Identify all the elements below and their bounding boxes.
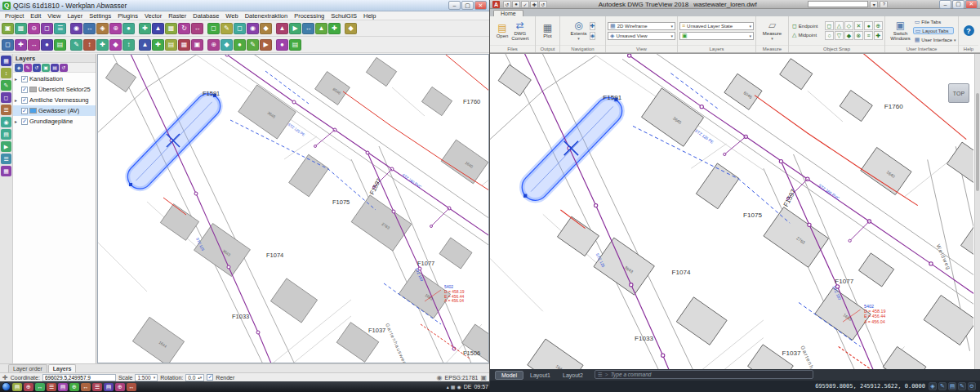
grid-display-icon[interactable]: ✎ (938, 382, 947, 390)
osnap-parallel-icon[interactable]: ≡ (864, 31, 873, 40)
start-button[interactable] (2, 382, 11, 391)
render-checkbox[interactable]: ✓ (207, 374, 213, 381)
zoom-last-icon[interactable]: ⊕ (109, 23, 122, 34)
open-button[interactable]: ▤ Open (496, 23, 510, 39)
help-icon[interactable]: ? (964, 25, 974, 36)
command-placeholder[interactable]: Type a command (611, 372, 652, 377)
pan-icon[interactable]: ✚ (590, 22, 596, 30)
user-interface-button[interactable]: ▦ User Interface ▾ (913, 36, 954, 43)
osnap-extension-icon[interactable]: ● (864, 21, 873, 30)
layer-item-amtlichevermessung[interactable]: ▸✓Amtliche Vermessung (13, 95, 96, 105)
pan-map-icon[interactable]: ☰ (54, 23, 66, 34)
add-database-icon[interactable]: ◻ (1, 92, 11, 103)
trueview-map[interactable]: F1591F1760F1075F1597F1074F1077F1033F1037… (490, 54, 973, 369)
layer-item-bersichtsektor25[interactable]: ✓Übersicht Sektor25 (13, 84, 96, 95)
settings-gear-icon[interactable]: ⊖ (968, 382, 976, 390)
measure-button[interactable]: ▱ Measure ▾ (762, 20, 782, 42)
publish-icon[interactable]: ✚ (530, 1, 538, 8)
osnap-perpendicular-icon[interactable]: ○ (825, 31, 834, 40)
plugin-manager-icon[interactable]: ◆ (345, 23, 357, 34)
zoom-extents-button[interactable]: ◎ Extents ▾ (570, 20, 588, 42)
labeling-icon[interactable]: ▦ (178, 39, 190, 51)
language-indicator[interactable]: DE (464, 384, 472, 390)
delete-selected-icon[interactable]: ↕ (83, 39, 96, 51)
volume-icon[interactable]: ◉ (457, 384, 461, 390)
menu-processing[interactable]: Processing (291, 12, 327, 20)
open-layer-styling-icon[interactable]: ◈ (15, 64, 23, 72)
menu-settings[interactable]: Settings (86, 12, 114, 20)
panel-label-user-interface[interactable]: User Interface (885, 45, 958, 52)
menu-project[interactable]: Project (2, 12, 27, 20)
pdf-reader-taskbar-button[interactable]: ⊕ (115, 383, 125, 391)
expand-icon[interactable]: ▸ (15, 118, 20, 124)
trueview-titlebar[interactable]: A ↺●✓✚↺ Autodesk DWG TrueView 2018 waste… (490, 0, 980, 9)
file-manager-taskbar-button[interactable]: ▤ (58, 383, 68, 391)
panel-label-layers[interactable]: Layers (678, 45, 755, 52)
tv-maximize-button[interactable]: ▢ (952, 0, 964, 9)
expand-all-icon[interactable]: ▣ (42, 64, 50, 72)
menu-vector[interactable]: Vector (141, 12, 165, 20)
cut-features-icon[interactable]: ✚ (96, 39, 109, 51)
layer-state-select[interactable]: ≡ Unsaved Layer State ▾ (679, 22, 754, 30)
plot-button[interactable]: ▦ Plot (542, 23, 553, 39)
extents-dropdown-icon[interactable]: ▾ (577, 36, 580, 41)
plot-icon[interactable]: ● (512, 1, 520, 8)
coordinate-input[interactable] (42, 374, 116, 381)
add-wfs-icon[interactable]: ◉ (1, 117, 11, 127)
save-layer-edits-icon[interactable]: ↔ (28, 39, 40, 51)
raster-calculator-icon[interactable]: ◆ (220, 39, 233, 51)
customize-icon[interactable]: ↺ (539, 1, 547, 8)
model-tab-layout2[interactable]: Layout2 (557, 372, 589, 379)
maximize-button[interactable]: ▢ (461, 1, 474, 10)
remove-layer-icon[interactable]: ↺ (60, 64, 68, 72)
command-line[interactable]: ☰ > Type a command (595, 370, 813, 379)
trueview-drawing-canvas[interactable]: F1591F1760F1075F1597F1074F1077F1033F1037… (490, 53, 980, 369)
layout-tabs-button[interactable]: ▭ Layout Tabs (913, 27, 954, 34)
epsg-code[interactable]: EPSG:21781 (445, 375, 479, 381)
up-arrow-icon[interactable]: ▴ (447, 384, 449, 390)
tv-close-button[interactable]: ✕ (965, 0, 978, 9)
add-vector-icon[interactable]: ↕ (1, 68, 11, 78)
named-view-select[interactable]: ◈ Unsaved View ▾ (608, 32, 675, 40)
network-icon[interactable]: ▦ (451, 384, 456, 390)
layer-visibility-checkbox[interactable]: ✓ (21, 108, 28, 114)
infocenter-search-icon[interactable]: ▾ (870, 1, 878, 8)
refresh-map-icon[interactable]: ✚ (139, 23, 151, 34)
panel-label-files[interactable]: Files (490, 45, 535, 52)
command-customize-icon[interactable]: ☰ (598, 372, 603, 378)
dock-tab-layers[interactable]: Layers (48, 364, 77, 372)
copy-features-icon[interactable]: ◆ (109, 39, 122, 51)
infocenter-help-icon[interactable]: ? (880, 1, 888, 8)
layer-visibility-checkbox[interactable]: ✓ (21, 118, 28, 125)
image-viewer-taskbar-button[interactable]: ☰ (92, 383, 102, 391)
measure-dropdown-icon[interactable]: ▾ (771, 36, 773, 41)
osnap-toggle-icon[interactable]: ✎ (958, 382, 966, 390)
qgis-taskbar-button[interactable]: ↔ (35, 383, 45, 391)
layer-item-kanalisation[interactable]: ▸✓Kanalisation (13, 74, 96, 84)
statistics-icon[interactable]: ▶ (260, 39, 272, 51)
panel-label-navigation[interactable]: Navigation (560, 45, 605, 52)
orbit-icon[interactable]: ◈ (590, 32, 596, 40)
open-file-icon[interactable]: ↺ (503, 1, 511, 8)
text-editor-taskbar-button[interactable]: ☰ (47, 383, 56, 391)
identify-features-icon[interactable]: ▲ (152, 23, 164, 34)
undo-icon[interactable]: ▲ (139, 39, 151, 51)
show-bookmarks-icon[interactable]: ◻ (234, 23, 246, 34)
qgis-titlebar[interactable]: Q QGIS 61d1810 - Werkplan Abwasser – ▢ ✕ (0, 0, 489, 11)
layer-visibility-checkbox[interactable]: ✓ (21, 87, 28, 93)
panel-label-help[interactable]: Help (959, 45, 978, 52)
zoom-full-icon[interactable]: ◈ (96, 23, 109, 34)
close-button[interactable]: ✕ (474, 1, 487, 10)
new-geopackage-icon[interactable]: ▶ (1, 141, 11, 152)
menu-edit[interactable]: Edit (27, 12, 44, 20)
osnap-node-icon[interactable]: △ (835, 21, 844, 30)
menu-schulgis[interactable]: SchulGIS (327, 12, 360, 20)
manage-map-themes-icon[interactable]: ✎ (24, 64, 32, 72)
settings-taskbar-button[interactable]: ▤ (104, 383, 114, 391)
measure-line-icon[interactable]: ↔ (191, 23, 203, 34)
log-messages-icon[interactable]: ● (276, 39, 288, 51)
help-contents-icon[interactable]: ▤ (289, 39, 301, 51)
minimize-button[interactable]: – (448, 1, 461, 10)
visual-style-select[interactable]: ▦ 2D Wireframe ▾ (608, 22, 675, 30)
switch-windows-button[interactable]: ▣ Switch Windows (889, 20, 911, 42)
